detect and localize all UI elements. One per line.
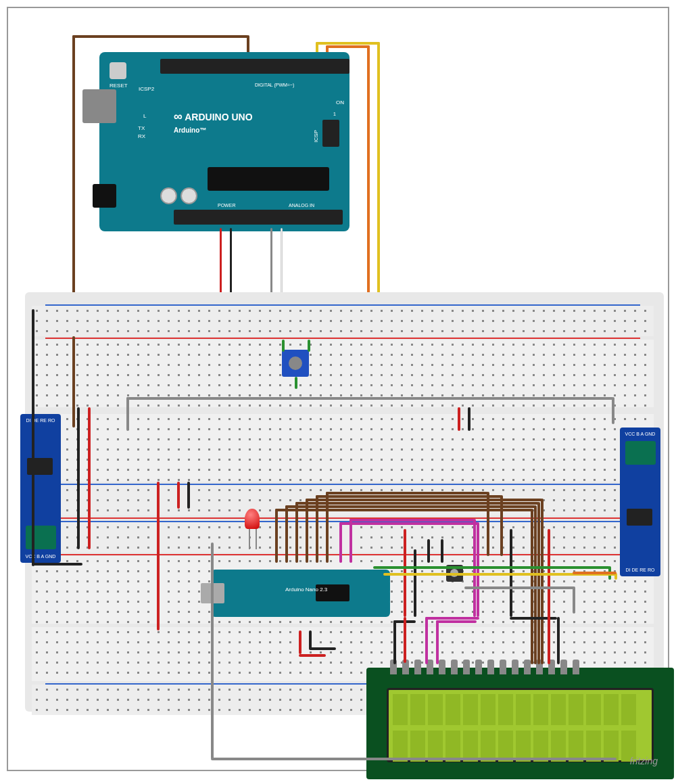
wire-gnd [468,407,470,431]
wire-magenta [339,522,478,525]
wire-magenta [349,519,352,563]
wire-5v [548,529,550,664]
uno-capacitor [160,187,177,204]
wire-orange [573,572,617,574]
rs485-pin-labels: DI DE RE RO [20,418,61,423]
wire-5v [177,482,180,509]
rs485-module-slave: VCC B A GND DI DE RE RO [620,428,660,576]
wire-grey [573,586,575,614]
wire-magenta [425,617,479,620]
uno-digital-label: DIGITAL (PWM=~) [255,83,294,87]
wire-data [326,492,488,494]
uno-analog-label: ANALOG IN [289,203,314,208]
wire-green [373,566,610,569]
lcd-screen [387,688,654,762]
wire-grey [464,586,575,589]
led-red [245,509,260,529]
wire-5v [157,482,160,630]
rs485-pin-labels: DI DE RE RO [620,568,660,572]
wire-grey [211,543,214,759]
rs485-ic [627,509,652,526]
wire-yellow [377,42,380,323]
wire-data [275,509,278,563]
wire-data [541,499,544,664]
nano-top-pins [238,564,387,571]
wire-gnd [187,482,190,509]
wire-magenta [349,519,475,522]
wire-brown [72,336,75,428]
wire-data [534,505,537,664]
uno-icsp-header [322,120,339,147]
breadboard-strip [32,414,654,482]
rail-vcc-line [45,338,640,339]
rail-gnd-line [45,304,640,306]
wire-orange [367,45,370,316]
wire-5v [299,630,301,654]
wire-yellow [316,42,380,45]
wire-green [295,377,297,389]
rs485-pin-labels: VCC B A GND [20,554,61,559]
wire-a1 [281,228,283,299]
wire-magenta [425,617,428,664]
wire-gnd [32,563,82,566]
wire-5v [458,407,460,431]
breadboard-power-rail [32,306,654,336]
uno-capacitor [180,187,197,204]
wire-gnd [309,647,336,650]
rs485-pin-labels: VCC B A GND [620,432,660,436]
rail-vcc-line [45,554,640,555]
wire-data [275,509,532,511]
uno-reset-label: RESET [110,83,128,89]
wire-magenta [477,522,479,617]
watermark-text: fritzing [630,756,658,766]
wire-gnd [32,309,34,566]
uno-icsp-label: ICSP [313,130,319,143]
lcd-pin-header [390,660,579,674]
breadboard-power-rail [32,522,654,553]
uno-power-analog-header [174,210,343,225]
wire-data [306,499,542,501]
wire-5v [404,617,406,663]
wire-data [500,495,503,556]
wire-grey [126,397,613,400]
wire-gnd [441,539,443,563]
led-cathode [256,529,257,549]
uno-rx-label: RX [138,133,145,139]
wire-data [285,505,288,563]
wire-gnd [309,630,312,649]
uno-on-label: ON [336,99,344,106]
uno-icsp-1: 1 [333,112,336,116]
wire-grey [211,758,617,760]
wire-5v [299,654,326,657]
uno-atmega-chip [208,167,329,191]
wire-green [282,340,285,352]
uno-power-jack [93,184,116,208]
wire-gnd [427,539,430,563]
wire-data [537,502,540,664]
wire-brown [72,35,248,38]
rail-gnd-line [45,484,640,485]
led-anode [249,529,250,549]
wiring-diagram: ∞ ARDUINO UNO Arduino™ RESET ICSP2 L TX … [7,7,669,771]
wire-magenta [436,620,477,623]
wire-orange [326,45,370,48]
wire-grey [612,397,614,424]
wire-data [285,505,535,508]
uno-usb-port [82,89,116,123]
arduino-nano: Arduino Nano 2.3 [211,570,390,617]
uno-power-label: POWER [218,203,235,208]
wire-grey [126,397,129,431]
wire-data [316,495,502,498]
wire-green [308,340,310,352]
wire-magenta [436,620,439,664]
wire-gnd [393,620,396,664]
wire-gnd [414,549,416,617]
lcd-16x2 [366,668,674,779]
uno-tx-label: TX [138,125,145,131]
potentiometer-main [282,350,309,377]
rs485-ic [27,458,53,475]
wire-gnd [557,617,560,664]
arduino-uno: ∞ ARDUINO UNO Arduino™ RESET ICSP2 L TX … [99,52,349,231]
rs485-module-master: DI DE RE RO VCC B A GND [20,414,61,563]
uno-icsp2-label: ICSP2 [139,86,154,92]
